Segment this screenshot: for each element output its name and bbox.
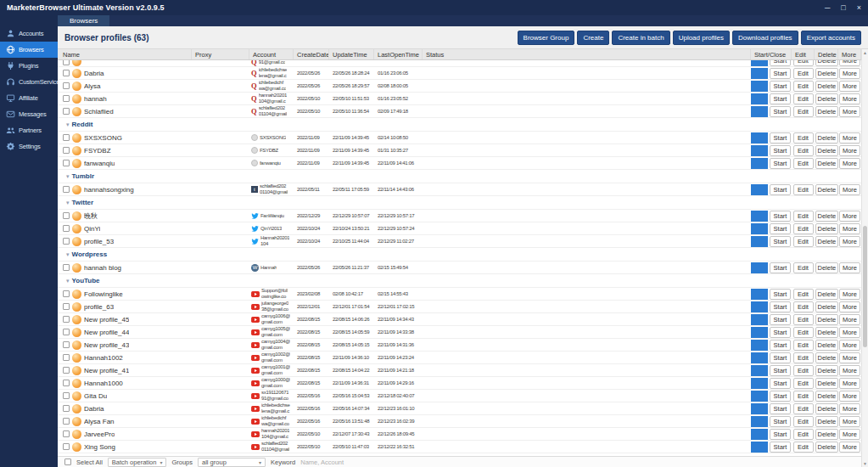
delete-button[interactable]: Delete	[815, 145, 838, 156]
edit-button[interactable]: Edit	[793, 81, 814, 92]
more-button[interactable]: More	[839, 60, 860, 66]
start-button[interactable]: Start	[770, 327, 791, 338]
select-all-checkbox[interactable]	[64, 459, 71, 465]
edit-button[interactable]: Edit	[793, 314, 814, 325]
delete-button[interactable]: Delete	[815, 403, 838, 414]
create-button[interactable]: Create	[577, 31, 609, 45]
delete-button[interactable]: Delete	[815, 106, 838, 117]
more-button[interactable]: More	[839, 416, 860, 427]
start-button[interactable]: Start	[770, 301, 791, 312]
start-button[interactable]: Start	[770, 93, 791, 104]
start-button[interactable]: Start	[770, 211, 791, 222]
scrollbar-thumb[interactable]	[863, 226, 867, 347]
browser-group-button[interactable]: Browser Group	[518, 31, 575, 45]
start-button[interactable]: Start	[770, 184, 791, 195]
more-button[interactable]: More	[839, 289, 860, 300]
start-button[interactable]: Start	[770, 145, 791, 156]
start-button[interactable]: Start	[770, 132, 791, 143]
edit-button[interactable]: Edit	[793, 60, 814, 66]
delete-button[interactable]: Delete	[815, 289, 838, 300]
start-button[interactable]: Start	[770, 68, 791, 79]
more-button[interactable]: More	[839, 223, 860, 234]
edit-button[interactable]: Edit	[793, 262, 814, 273]
more-button[interactable]: More	[839, 378, 860, 389]
delete-button[interactable]: Delete	[815, 378, 838, 389]
row-checkbox[interactable]	[63, 134, 70, 141]
start-button[interactable]: Start	[770, 442, 791, 453]
more-button[interactable]: More	[839, 429, 860, 440]
row-checkbox[interactable]	[63, 443, 70, 450]
delete-button[interactable]: Delete	[815, 236, 838, 247]
edit-button[interactable]: Edit	[793, 429, 814, 440]
more-button[interactable]: More	[839, 158, 860, 169]
more-button[interactable]: More	[839, 93, 860, 104]
row-checkbox[interactable]	[63, 186, 70, 193]
delete-button[interactable]: Delete	[815, 68, 838, 79]
row-checkbox[interactable]	[63, 225, 70, 232]
more-button[interactable]: More	[839, 106, 860, 117]
more-button[interactable]: More	[839, 145, 860, 156]
group-header-wordpress[interactable]: ▾Wordpress	[58, 248, 861, 262]
delete-button[interactable]: Delete	[815, 391, 838, 402]
delete-button[interactable]: Delete	[815, 327, 838, 338]
more-button[interactable]: More	[839, 236, 860, 247]
row-checkbox[interactable]	[63, 405, 70, 412]
upload-profiles-button[interactable]: Upload profiles	[673, 31, 730, 45]
sidebar-item-browsers[interactable]: Browsers	[0, 42, 58, 58]
delete-button[interactable]: Delete	[815, 429, 838, 440]
export-accounts-button[interactable]: Export accounts	[801, 31, 861, 45]
delete-button[interactable]: Delete	[815, 223, 838, 234]
start-button[interactable]: Start	[770, 429, 791, 440]
delete-button[interactable]: Delete	[815, 365, 838, 376]
groups-select[interactable]: all group ▾	[198, 458, 266, 467]
download-profiles-button[interactable]: Download profiles	[732, 31, 798, 45]
edit-button[interactable]: Edit	[793, 340, 814, 351]
maximize-button[interactable]: □	[841, 4, 845, 12]
more-button[interactable]: More	[839, 262, 860, 273]
delete-button[interactable]: Delete	[815, 442, 838, 453]
keyword-input[interactable]	[300, 458, 861, 467]
more-button[interactable]: More	[839, 184, 860, 195]
edit-button[interactable]: Edit	[793, 106, 814, 117]
edit-button[interactable]: Edit	[793, 68, 814, 79]
group-header-youtube[interactable]: ▾YouTube	[58, 274, 861, 288]
edit-button[interactable]: Edit	[793, 223, 814, 234]
row-checkbox[interactable]	[63, 341, 70, 348]
edit-button[interactable]: Edit	[793, 301, 814, 312]
edit-button[interactable]: Edit	[793, 378, 814, 389]
more-button[interactable]: More	[839, 68, 860, 79]
more-button[interactable]: More	[839, 81, 860, 92]
start-button[interactable]: Start	[770, 340, 791, 351]
delete-button[interactable]: Delete	[815, 60, 838, 66]
edit-button[interactable]: Edit	[793, 158, 814, 169]
start-button[interactable]: Start	[770, 106, 791, 117]
sidebar-item-customservice[interactable]: CustomService	[0, 74, 58, 90]
delete-button[interactable]: Delete	[815, 81, 838, 92]
delete-button[interactable]: Delete	[815, 262, 838, 273]
group-header-reddit[interactable]: ▾Reddit	[58, 118, 861, 132]
delete-button[interactable]: Delete	[815, 132, 838, 143]
tab-browsers[interactable]: Browsers	[58, 15, 109, 26]
row-checkbox[interactable]	[63, 354, 70, 361]
start-button[interactable]: Start	[770, 378, 791, 389]
delete-button[interactable]: Delete	[815, 352, 838, 363]
start-button[interactable]: Start	[770, 158, 791, 169]
edit-button[interactable]: Edit	[793, 327, 814, 338]
row-checkbox[interactable]	[63, 147, 70, 154]
edit-button[interactable]: Edit	[793, 211, 814, 222]
start-button[interactable]: Start	[770, 391, 791, 402]
more-button[interactable]: More	[839, 442, 860, 453]
edit-button[interactable]: Edit	[793, 365, 814, 376]
edit-button[interactable]: Edit	[793, 416, 814, 427]
edit-button[interactable]: Edit	[793, 403, 814, 414]
row-checkbox[interactable]	[63, 60, 70, 65]
start-button[interactable]: Start	[770, 262, 791, 273]
more-button[interactable]: More	[839, 391, 860, 402]
sidebar-item-accounts[interactable]: Accounts	[0, 25, 58, 42]
start-button[interactable]: Start	[770, 314, 791, 325]
more-button[interactable]: More	[839, 314, 860, 325]
row-checkbox[interactable]	[63, 95, 70, 102]
delete-button[interactable]: Delete	[815, 158, 838, 169]
edit-button[interactable]: Edit	[793, 145, 814, 156]
row-checkbox[interactable]	[63, 108, 70, 115]
